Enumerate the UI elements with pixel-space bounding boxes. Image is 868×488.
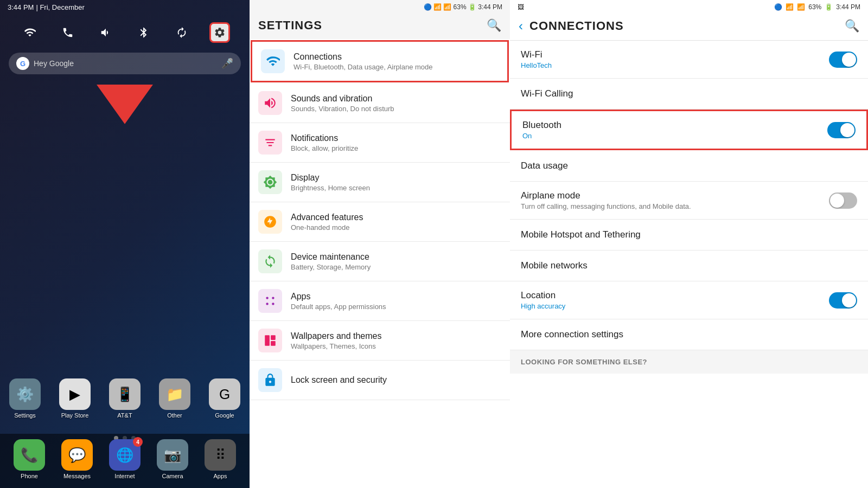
app-google[interactable]: G Google [204, 378, 245, 419]
location-toggle[interactable] [829, 292, 857, 309]
sounds-title: Sounds and vibration [291, 94, 501, 104]
google-logo: G [16, 57, 29, 70]
search-bar[interactable]: G Hey Google 🎤 [9, 53, 241, 74]
red-arrow [92, 80, 157, 129]
settings-status-bar: 🔵 📶 📶 63% 🔋 3:44 PM [250, 0, 510, 14]
device-icon [258, 249, 282, 273]
settings-item-notifications[interactable]: Notifications Block, allow, prioritize [250, 123, 510, 163]
wallpapers-sub: Wallpapers, Themes, Icons [291, 342, 501, 350]
app-playstore[interactable]: ▶ Play Store [54, 378, 95, 419]
mic-icon[interactable]: 🎤 [221, 57, 233, 69]
conn-status-left: 🖼 [518, 3, 524, 11]
conn-item-datausage[interactable]: Data usage [510, 151, 868, 182]
wallpapers-title: Wallpapers and themes [291, 331, 501, 341]
conn-item-hotspot[interactable]: Mobile Hotspot and Tethering [510, 220, 868, 251]
connections-panel: 🖼 🔵 📶 📶 63% 🔋 3:44 PM ‹ CONNECTIONS 🔍 Wi… [510, 0, 868, 488]
apps-sub: Default apps, App permissions [291, 303, 501, 311]
lock-title: Lock screen and security [291, 375, 501, 385]
messages-app-icon: 💬 [61, 439, 93, 471]
connections-sub: Wi-Fi, Bluetooth, Data usage, Airplane m… [293, 63, 499, 71]
lock-text: Lock screen and security [291, 375, 501, 385]
conn-status-right: 🔵 📶 📶 63% 🔋 3:44 PM [774, 3, 860, 11]
settings-app-icon: ⚙️ [9, 378, 41, 410]
internet-app-icon: 🌐 4 [109, 439, 141, 471]
bluetooth-icon[interactable] [133, 22, 154, 43]
settings-panel: 🔵 📶 📶 63% 🔋 3:44 PM SETTINGS 🔍 Connectio… [250, 0, 510, 488]
display-sub: Brightness, Home screen [291, 184, 501, 192]
image-icon: 🖼 [518, 3, 524, 11]
app-other[interactable]: 📁 Other [154, 378, 195, 419]
internet-app-label: Internet [114, 473, 135, 479]
google-app-label: Google [215, 412, 234, 419]
looking-banner: LOOKING FOR SOMETHING ELSE? [510, 350, 868, 374]
att-app-label: AT&T [117, 412, 132, 419]
messages-app-label: Messages [63, 473, 91, 479]
notifications-sub: Block, allow, prioritize [291, 144, 501, 152]
apps-app-label: Apps [213, 473, 227, 479]
conn-item-location[interactable]: Location High accuracy [510, 281, 868, 319]
home-date: | Fri, December [36, 3, 84, 11]
airplane-toggle[interactable] [829, 192, 857, 209]
app-messages[interactable]: 💬 Messages [56, 439, 98, 479]
conn-item-moreconn[interactable]: More connection settings [510, 319, 868, 350]
location-sub: High accuracy [521, 302, 829, 310]
settings-item-display[interactable]: Display Brightness, Home screen [250, 163, 510, 202]
settings-title: SETTINGS [258, 18, 322, 33]
settings-item-sounds[interactable]: Sounds and vibration Sounds, Vibration, … [250, 84, 510, 123]
app-row-1: ⚙️ Settings ▶ Play Store 📱 AT&T 📁 Other … [4, 374, 245, 423]
connections-title: Connections [293, 52, 499, 62]
device-sub: Battery, Storage, Memory [291, 263, 501, 271]
settings-item-lock[interactable]: Lock screen and security [250, 361, 510, 400]
settings-header: SETTINGS 🔍 [250, 14, 510, 39]
connections-title: CONNECTIONS [529, 19, 838, 33]
wifi-toggle[interactable] [829, 52, 857, 68]
settings-search-icon[interactable]: 🔍 [487, 18, 501, 33]
app-apps[interactable]: ⠿ Apps [200, 439, 241, 479]
settings-list: Connections Wi-Fi, Bluetooth, Data usage… [250, 39, 510, 488]
phone-icon[interactable] [58, 22, 78, 43]
home-apps-grid: ⚙️ Settings ▶ Play Store 📱 AT&T 📁 Other … [0, 374, 250, 423]
settings-app-label: Settings [14, 412, 36, 419]
conn-item-airplane[interactable]: Airplane mode Turn off calling, messagin… [510, 182, 868, 220]
advanced-title: Advanced features [291, 213, 501, 222]
apps-app-icon: ⠿ [205, 439, 236, 471]
volume-icon[interactable] [95, 22, 116, 43]
svg-rect-6 [265, 335, 270, 346]
advanced-text: Advanced features One-handed mode [291, 213, 501, 232]
rotate-icon[interactable] [171, 22, 192, 43]
back-button[interactable]: ‹ [519, 18, 523, 34]
search-placeholder-text: Hey Google [34, 59, 221, 68]
phone-app-label: Phone [21, 473, 38, 479]
app-internet[interactable]: 🌐 4 Internet [104, 439, 145, 479]
app-camera[interactable]: 📷 Camera [152, 439, 193, 479]
airplane-sub: Turn off calling, messaging functions, a… [521, 202, 829, 210]
gear-icon[interactable] [209, 22, 230, 43]
wifi-icon[interactable] [20, 22, 40, 43]
bluetooth-toggle[interactable] [827, 122, 856, 138]
notifications-icon [258, 131, 282, 155]
settings-item-device[interactable]: Device maintenance Battery, Storage, Mem… [250, 242, 510, 281]
other-app-label: Other [167, 412, 182, 419]
conn-item-mobilenetworks[interactable]: Mobile networks [510, 251, 868, 281]
conn-item-wifi[interactable]: Wi-Fi HelloTech [510, 41, 868, 79]
app-settings[interactable]: ⚙️ Settings [4, 378, 46, 419]
wifi-title: Wi-Fi [521, 49, 829, 60]
connections-search-icon[interactable]: 🔍 [845, 19, 859, 33]
app-att[interactable]: 📱 AT&T [104, 378, 145, 419]
conn-item-wificalling[interactable]: Wi-Fi Calling [510, 79, 868, 110]
conn-item-bluetooth[interactable]: Bluetooth On [510, 110, 868, 150]
settings-item-advanced[interactable]: Advanced features One-handed mode [250, 202, 510, 242]
home-quick-bar [0, 17, 250, 48]
settings-item-apps[interactable]: Apps Default apps, App permissions [250, 281, 510, 321]
device-title: Device maintenance [291, 252, 501, 262]
connections-list: Wi-Fi HelloTech Wi-Fi Calling Bluetooth … [510, 41, 868, 488]
app-phone[interactable]: 📞 Phone [9, 439, 50, 479]
home-panel: 3:44 PM | Fri, December G Hey Google 🎤 [0, 0, 250, 488]
settings-item-connections[interactable]: Connections Wi-Fi, Bluetooth, Data usage… [251, 40, 509, 82]
svg-point-2 [266, 297, 268, 299]
svg-point-4 [266, 303, 268, 305]
bluetooth-sub: On [522, 132, 827, 140]
wifi-text: Wi-Fi HelloTech [521, 49, 829, 69]
lock-icon [258, 368, 282, 392]
settings-item-wallpapers[interactable]: Wallpapers and themes Wallpapers, Themes… [250, 321, 510, 361]
